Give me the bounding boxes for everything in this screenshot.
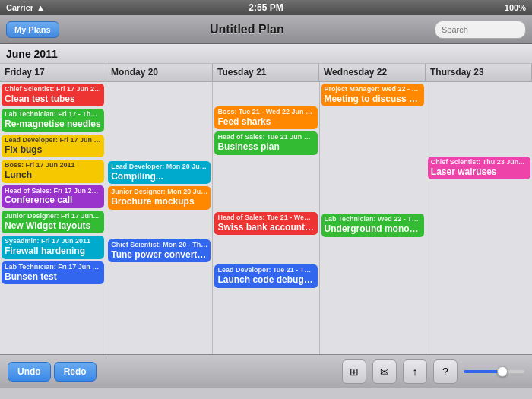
search-input[interactable]: [435, 21, 526, 39]
day-header-thu: Thursday 23: [426, 64, 532, 81]
battery-label: 100%: [505, 3, 526, 12]
month-year-label: June 2011: [6, 48, 58, 60]
status-bar: Carrier ▲ 2:55 PM 100%: [0, 0, 532, 15]
event-swiss-bank[interactable]: Head of Sales: Tue 21 - Wed 22 Jun 2011 …: [214, 212, 317, 235]
my-plans-button[interactable]: My Plans: [6, 21, 59, 38]
event-new-widget-layouts[interactable]: Junior Designer: Fri 17 Jun... New Widge…: [2, 211, 104, 233]
toolbar: Undo Redo ⊞ ✉ ↑ ?: [0, 354, 532, 388]
day-col-mon: Lead Developer: Mon 20 Jun... Compiling.…: [106, 82, 213, 354]
day-headers: Friday 17 Monday 20 Tuesday 21 Wednesday…: [0, 64, 532, 82]
month-header: June 2011: [0, 44, 532, 64]
day-col-tue: Boss: Tue 21 - Wed 22 Jun 2011 Feed shar…: [213, 82, 319, 354]
event-monorail[interactable]: Lab Technician: Wed 22 - Thu 23 Jun 2011…: [321, 214, 424, 236]
share-icon: ↑: [413, 366, 418, 378]
event-bunsen[interactable]: Lab Technician: Fri 17 Jun 2011 Bunsen t…: [2, 261, 104, 284]
event-firewall[interactable]: Sysadmin: Fri 17 Jun 2011 Firewall harde…: [2, 236, 104, 258]
event-remagnetise[interactable]: Lab Technician: Fri 17 - Thu 23 Jun 2011…: [2, 109, 104, 131]
status-time: 2:55 PM: [249, 2, 283, 13]
help-icon-button[interactable]: ?: [433, 359, 458, 384]
event-launch-code[interactable]: Lead Developer: Tue 21 - Thu 23 Jun 2011…: [214, 264, 317, 287]
grid-icon-button[interactable]: ⊞: [342, 359, 366, 384]
event-laser-walruses[interactable]: Chief Scientist: Thu 23 Jun... Laser wal…: [428, 157, 530, 179]
event-conference-call[interactable]: Head of Sales: Fri 17 Jun 2011 Conferenc…: [2, 185, 104, 208]
nav-bar: My Plans Untitled Plan: [0, 15, 532, 44]
email-icon-button[interactable]: ✉: [372, 359, 397, 384]
wifi-icon: ▲: [36, 3, 45, 12]
event-tune-power[interactable]: Chief Scientist: Mon 20 - Thu 23 Jun 201…: [108, 239, 211, 262]
redo-button[interactable]: Redo: [54, 362, 97, 382]
calendar-grid: Chief Scientist: Fri 17 Jun 2011 Clean t…: [0, 82, 532, 354]
toolbar-right: ⊞ ✉ ↑ ?: [342, 359, 524, 384]
event-fix-bugs[interactable]: Lead Developer: Fri 17 Jun 20... Fix bug…: [2, 135, 104, 157]
share-icon-button[interactable]: ↑: [403, 359, 427, 384]
event-lunch[interactable]: Boss: Fri 17 Jun 2011 Lunch: [2, 160, 104, 182]
grid-icon: ⊞: [350, 366, 359, 378]
day-header-tue: Tuesday 21: [213, 64, 319, 81]
event-feed-sharks[interactable]: Boss: Tue 21 - Wed 22 Jun 2011 Feed shar…: [214, 106, 317, 129]
day-header-mon: Monday 20: [106, 64, 213, 81]
event-compiling[interactable]: Lead Developer: Mon 20 Jun... Compiling.…: [108, 161, 211, 184]
day-col-wed: Project Manager: Wed 22 - Thu 23 Jun 201…: [320, 82, 426, 354]
email-icon: ✉: [380, 366, 389, 378]
zoom-slider-thumb[interactable]: [497, 366, 508, 377]
help-icon: ?: [442, 366, 448, 378]
zoom-slider[interactable]: [464, 370, 524, 373]
toolbar-left: Undo Redo: [8, 362, 97, 382]
day-col-thu: Chief Scientist: Thu 23 Jun... Laser wal…: [426, 82, 532, 354]
event-meeting-sprocket[interactable]: Project Manager: Wed 22 - Thu 23 Jun 201…: [321, 84, 424, 106]
day-header-fri: Friday 17: [0, 64, 106, 81]
undo-button[interactable]: Undo: [8, 362, 51, 382]
status-left: Carrier ▲: [6, 3, 45, 12]
day-header-wed: Wednesday 22: [319, 64, 426, 81]
carrier-label: Carrier: [6, 3, 33, 12]
event-business-plan[interactable]: Head of Sales: Tue 21 Jun 2011 Business …: [214, 131, 317, 154]
event-clean-test-tubes[interactable]: Chief Scientist: Fri 17 Jun 2011 Clean t…: [2, 84, 104, 106]
plan-title: Untitled Plan: [210, 23, 284, 36]
day-col-fri: Chief Scientist: Fri 17 Jun 2011 Clean t…: [0, 82, 106, 354]
event-brochure[interactable]: Junior Designer: Mon 20 Jun... Brochure …: [108, 186, 211, 209]
